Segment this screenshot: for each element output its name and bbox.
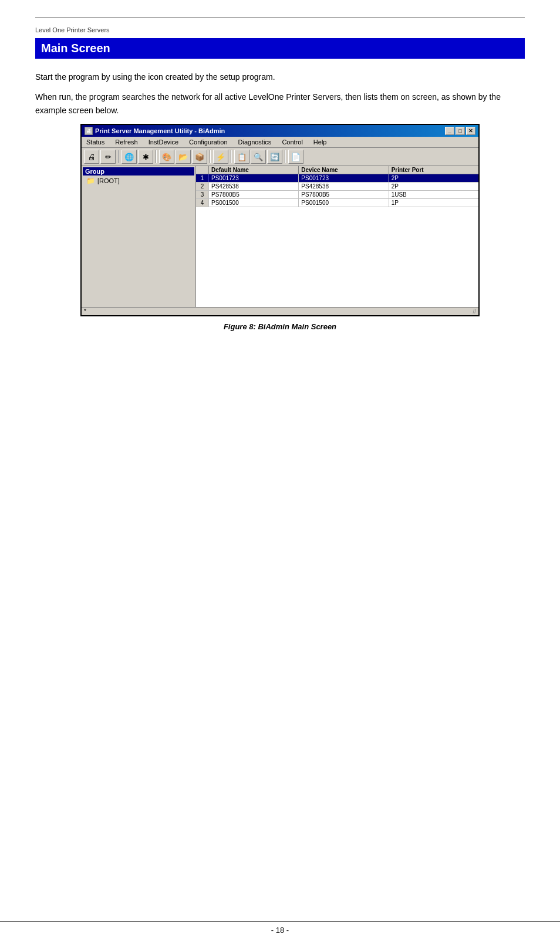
maximize-button[interactable]: □ (456, 127, 465, 135)
resize-handle: // (473, 308, 476, 315)
table-row[interactable]: 3 PS7800B5 PS7800B5 1USB (196, 191, 478, 199)
main-panel: Default Name Device Name Printer Port 1 … (196, 166, 478, 307)
row-default-name: PS7800B5 (209, 191, 299, 198)
header-label: Level One Printer Servers (35, 26, 525, 33)
root-icon: 📁 (86, 177, 95, 185)
app-titlebar: 🖨 Print Server Management Utility - BiAd… (82, 125, 478, 137)
menu-diagnostics[interactable]: Diagnostics (236, 138, 274, 146)
app-menubar: Status Refresh InstDevice Configuration … (82, 137, 478, 148)
close-button[interactable]: ✕ (466, 127, 475, 135)
page-number: - 18 - (0, 926, 560, 934)
empty-space (196, 207, 478, 278)
col-header-num (196, 166, 209, 174)
toolbar-btn-folder[interactable]: 📂 (176, 150, 191, 164)
row-printer-port: 2P (389, 174, 478, 182)
menu-help[interactable]: Help (311, 138, 329, 146)
titlebar-title: Print Server Management Utility - BiAdmi… (95, 127, 225, 134)
row-num: 3 (196, 191, 209, 198)
titlebar-buttons: _ □ ✕ (445, 127, 475, 135)
toolbar-separator-2 (156, 150, 157, 163)
app-body: Group 📁 [ROOT] Default Name Device Name … (82, 166, 478, 307)
status-text: * (84, 308, 86, 315)
titlebar-left: 🖨 Print Server Management Utility - BiAd… (85, 127, 225, 135)
paragraph-2: When run, the program searches the netwo… (35, 90, 525, 117)
row-num: 1 (196, 174, 209, 182)
bottom-rule (0, 921, 560, 922)
toolbar-btn-network[interactable]: 🌐 (122, 150, 137, 164)
col-header-printer-port: Printer Port (389, 166, 478, 174)
figure-caption: Figure 8: BiAdmin Main Screen (35, 322, 525, 331)
toolbar-btn-color[interactable]: 🎨 (159, 150, 174, 164)
table-row[interactable]: 2 PS428538 PS428538 2P (196, 183, 478, 191)
row-printer-port: 1P (389, 199, 478, 207)
top-rule (35, 18, 525, 18)
row-device-name: PS428538 (299, 183, 389, 190)
toolbar-separator-3 (210, 150, 211, 163)
row-device-name: PS001723 (299, 174, 389, 182)
toolbar-separator-4 (231, 150, 232, 163)
app-icon: 🖨 (85, 127, 93, 135)
toolbar-btn-lightning[interactable]: ⚡ (213, 150, 228, 164)
sidebar-root-label: [ROOT] (97, 177, 120, 184)
row-device-name: PS7800B5 (299, 191, 389, 198)
table-header: Default Name Device Name Printer Port (196, 166, 478, 174)
menu-status[interactable]: Status (84, 138, 107, 146)
toolbar-separator-5 (285, 150, 286, 163)
app-toolbar: 🖨 ✏ 🌐 ✱ 🎨 📂 📦 ⚡ 📋 🔍 🔄 📄 (82, 148, 478, 166)
toolbar-btn-printer[interactable]: 🖨 (84, 150, 99, 164)
row-num: 2 (196, 183, 209, 190)
col-header-device-name: Device Name (299, 166, 389, 174)
table-row[interactable]: 1 PS001723 PS001723 2P (196, 174, 478, 183)
row-default-name: PS428538 (209, 183, 299, 190)
sidebar-root-item[interactable]: 📁 [ROOT] (83, 176, 194, 186)
toolbar-btn-star[interactable]: ✱ (138, 150, 153, 164)
row-default-name: PS001500 (209, 199, 299, 207)
paragraph-1: Start the program by using the icon crea… (35, 70, 525, 83)
menu-refresh[interactable]: Refresh (113, 138, 140, 146)
toolbar-btn-search[interactable]: 🔍 (251, 150, 266, 164)
toolbar-separator-1 (118, 150, 119, 163)
toolbar-btn-package[interactable]: 📦 (192, 150, 207, 164)
toolbar-btn-edit[interactable]: ✏ (100, 150, 116, 164)
sidebar-header: Group (83, 167, 194, 176)
menu-configuration[interactable]: Configuration (187, 138, 230, 146)
row-num: 4 (196, 199, 209, 207)
minimize-button[interactable]: _ (445, 127, 454, 135)
row-printer-port: 2P (389, 183, 478, 190)
section-title: Main Screen (35, 38, 525, 59)
toolbar-btn-refresh[interactable]: 🔄 (267, 150, 282, 164)
col-header-default-name: Default Name (209, 166, 299, 174)
table-row[interactable]: 4 PS001500 PS001500 1P (196, 199, 478, 207)
row-default-name: PS001723 (209, 174, 299, 182)
toolbar-btn-document[interactable]: 📄 (288, 150, 303, 164)
sidebar: Group 📁 [ROOT] (82, 166, 196, 307)
app-window: 🖨 Print Server Management Utility - BiAd… (80, 124, 480, 316)
row-printer-port: 1USB (389, 191, 478, 198)
menu-control[interactable]: Control (279, 138, 305, 146)
toolbar-btn-clipboard[interactable]: 📋 (234, 150, 249, 164)
app-statusbar: * // (82, 307, 478, 315)
menu-instdevice[interactable]: InstDevice (146, 138, 181, 146)
row-device-name: PS001500 (299, 199, 389, 207)
